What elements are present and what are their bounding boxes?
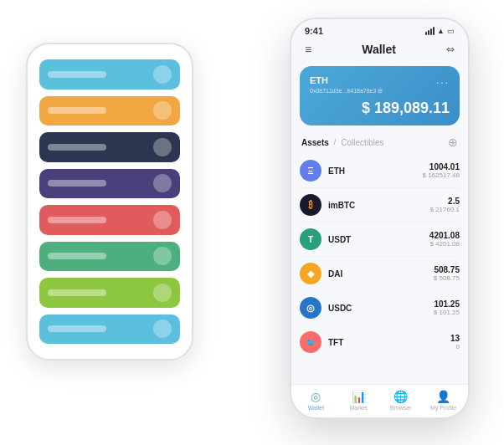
eth-card-balance: $ 189,089.11	[310, 100, 450, 117]
wallet-nav-icon: ◎	[311, 390, 321, 403]
wallet-card-4[interactable]	[39, 169, 180, 199]
eth-card-more[interactable]: ...	[436, 74, 450, 86]
front-phone: 9:41 ▲ ▭ ≡ Wallet ⇔ ETH ...	[290, 18, 470, 419]
tab-assets[interactable]: Assets	[301, 138, 329, 147]
eth-amount: 1004.01	[423, 162, 460, 171]
imbtc-amount: 2.5	[429, 197, 460, 206]
browser-nav-icon: 🌐	[393, 390, 408, 403]
usdt-values: 4201.08 $ 4201.08	[429, 231, 460, 248]
tft-values: 13 0	[450, 334, 460, 350]
usdt-usd: $ 4201.08	[429, 240, 460, 248]
add-asset-button[interactable]: ⊕	[448, 136, 458, 149]
eth-card-header: ETH ...	[310, 74, 450, 86]
wallet-card-1[interactable]	[39, 59, 180, 90]
usdt-amount: 4201.08	[429, 231, 460, 240]
eth-name: ETH	[328, 166, 423, 176]
asset-list: Ξ ETH 1004.01 $ 162517.48 ₿ imBTC 2.5 $ …	[291, 154, 468, 384]
usdc-usd: $ 101.25	[434, 309, 460, 316]
wifi-icon: ▲	[437, 27, 445, 35]
tft-name: TFT	[328, 338, 450, 347]
assets-header: Assets / Collectibles ⊕	[291, 132, 468, 154]
usdt-icon: T	[300, 228, 321, 250]
imbtc-name: imBTC	[328, 201, 429, 210]
profile-nav-label: My Profile	[430, 405, 456, 411]
usdc-name: USDC	[328, 304, 434, 313]
dai-values: 508.75 $ 508.75	[434, 265, 460, 282]
usdt-name: USDT	[328, 235, 429, 244]
asset-item-dai[interactable]: ◈ DAI 508.75 $ 508.75	[300, 257, 460, 291]
wallet-card-2[interactable]	[39, 96, 180, 126]
market-nav-label: Market	[349, 405, 367, 411]
dai-name: DAI	[328, 269, 434, 279]
assets-tabs: Assets / Collectibles	[301, 138, 383, 147]
wallet-nav-label: Wallet	[308, 405, 324, 411]
wallet-card-6[interactable]	[39, 242, 180, 272]
usdc-values: 101.25 $ 101.25	[434, 299, 460, 316]
nav-wallet[interactable]: ◎ Wallet	[299, 390, 332, 411]
imbtc-usd: $ 21760.1	[429, 206, 460, 213]
top-nav: ≡ Wallet ⇔	[291, 39, 468, 63]
scene: 9:41 ▲ ▭ ≡ Wallet ⇔ ETH ...	[9, 9, 495, 436]
wallet-card-3[interactable]	[39, 132, 180, 162]
dai-icon: ◈	[300, 263, 321, 284]
bottom-nav: ◎ Wallet 📊 Market 🌐 Browser 👤 My Profile	[291, 384, 468, 417]
tab-collectibles[interactable]: Collectibles	[341, 138, 383, 147]
imbtc-icon: ₿	[300, 194, 321, 216]
tab-divider: /	[334, 138, 337, 146]
wallet-card-5[interactable]	[39, 205, 180, 235]
asset-item-usdc[interactable]: ◎ USDC 101.25 $ 101.25	[300, 291, 460, 325]
market-nav-icon: 📊	[352, 390, 366, 403]
asset-item-imbtc[interactable]: ₿ imBTC 2.5 $ 21760.1	[300, 188, 460, 222]
expand-icon[interactable]: ⇔	[446, 43, 455, 55]
eth-card[interactable]: ETH ... 0x08711d3e...8418a78e3 ⊞ $ 189,0…	[300, 66, 460, 125]
asset-item-eth[interactable]: Ξ ETH 1004.01 $ 162517.48	[300, 154, 460, 188]
signal-icon	[425, 27, 435, 35]
eth-icon: Ξ	[300, 160, 321, 182]
tft-amount: 13	[450, 334, 460, 343]
dai-amount: 508.75	[434, 265, 460, 274]
eth-card-label: ETH	[310, 75, 328, 85]
eth-usd: $ 162517.48	[423, 171, 460, 179]
eth-card-address: 0x08711d3e...8418a78e3 ⊞	[310, 88, 450, 95]
status-time: 9:41	[305, 26, 323, 36]
menu-icon[interactable]: ≡	[305, 43, 311, 56]
nav-market[interactable]: 📊 Market	[342, 390, 375, 411]
wallet-card-7[interactable]	[39, 278, 180, 308]
imbtc-values: 2.5 $ 21760.1	[429, 197, 460, 213]
tft-icon: 🐦	[300, 331, 321, 353]
wallet-card-8[interactable]	[39, 315, 180, 345]
tft-usd: 0	[450, 343, 460, 350]
usdc-amount: 101.25	[434, 299, 460, 309]
page-title: Wallet	[362, 43, 396, 56]
profile-nav-icon: 👤	[436, 390, 450, 403]
asset-item-tft[interactable]: 🐦 TFT 13 0	[300, 325, 460, 359]
back-phone	[26, 43, 193, 361]
usdc-icon: ◎	[300, 297, 321, 319]
nav-browser[interactable]: 🌐 Browser	[384, 390, 418, 411]
dai-usd: $ 508.75	[434, 274, 460, 282]
status-icons: ▲ ▭	[425, 27, 455, 35]
status-bar: 9:41 ▲ ▭	[291, 19, 468, 39]
asset-item-usdt[interactable]: T USDT 4201.08 $ 4201.08	[300, 222, 460, 257]
browser-nav-label: Browser	[390, 405, 412, 411]
battery-icon: ▭	[447, 27, 455, 35]
nav-profile[interactable]: 👤 My Profile	[427, 390, 460, 411]
eth-values: 1004.01 $ 162517.48	[423, 162, 460, 179]
